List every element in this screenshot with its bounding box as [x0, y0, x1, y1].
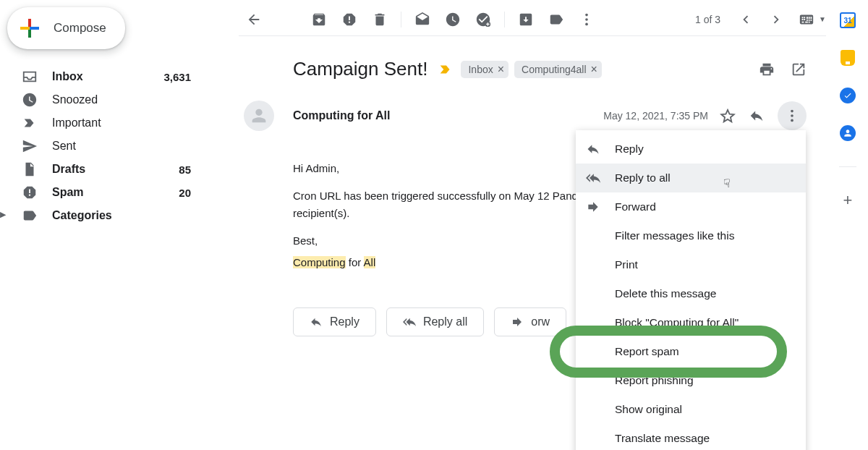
menu-label: Report spam	[615, 345, 679, 358]
snooze-button[interactable]	[438, 5, 468, 34]
important-marker-icon[interactable]	[438, 61, 454, 77]
sidebar-item-important[interactable]: Important	[17, 111, 203, 135]
nav-label: Snoozed	[52, 93, 191, 106]
menu-label: Reply to all	[615, 171, 671, 184]
sidebar-item-drafts[interactable]: Drafts85	[17, 158, 203, 181]
move-to-button[interactable]	[511, 5, 541, 34]
mark-unread-button[interactable]	[407, 5, 438, 34]
svg-point-2	[585, 18, 588, 21]
next-button[interactable]	[761, 5, 791, 34]
archive-button[interactable]	[304, 5, 334, 34]
svg-point-3	[585, 22, 588, 25]
menu-label: Delete this message	[615, 287, 716, 300]
delete-button[interactable]	[365, 5, 395, 34]
menu-item-report-phishing[interactable]: Report phishing	[576, 366, 806, 395]
nav-label: Categories	[52, 209, 191, 222]
email-subject: Campaign Sent!	[293, 58, 427, 80]
compose-button[interactable]: Compose	[7, 7, 125, 49]
menu-item-delete-this-message[interactable]: Delete this message	[576, 279, 806, 308]
menu-item-forward[interactable]: Forward	[576, 192, 806, 221]
divider	[839, 166, 856, 167]
print-icon[interactable]	[759, 61, 775, 77]
action-toolbar: 1 of 3 ▼	[239, 6, 826, 36]
menu-label: Forward	[615, 200, 656, 213]
dropdown-caret-icon[interactable]: ▼	[819, 15, 826, 23]
forward-button[interactable]: orw	[494, 307, 566, 336]
keep-app-icon[interactable]	[839, 49, 856, 67]
menu-label: Show original	[615, 403, 682, 416]
contacts-app-icon[interactable]	[839, 124, 856, 142]
open-new-window-icon[interactable]	[791, 61, 807, 77]
keyboard-button[interactable]	[791, 5, 822, 34]
star-icon[interactable]	[720, 108, 736, 124]
menu-item-print[interactable]: Print	[576, 250, 806, 279]
sidebar-item-sent[interactable]: Sent	[17, 135, 203, 158]
email-date: May 12, 2021, 7:35 PM	[603, 110, 708, 122]
menu-label: Filter messages like this	[615, 229, 734, 242]
svg-point-5	[791, 114, 793, 117]
prev-button[interactable]	[731, 5, 761, 34]
plus-icon	[19, 17, 41, 39]
menu-item-block-computing-for-all-[interactable]: Block "Computing for All"	[576, 308, 806, 337]
menu-item-filter-messages-like-this[interactable]: Filter messages like this	[576, 221, 806, 250]
label-chip-inbox[interactable]: Inbox×	[461, 61, 509, 78]
label-chip-text: Inbox	[468, 64, 493, 75]
nav-count: 3,631	[163, 71, 191, 83]
more-actions-menu: ReplyReply to allForwardFilter messages …	[576, 130, 806, 450]
calendar-app-icon[interactable]: 31	[839, 12, 856, 29]
expand-caret-icon[interactable]: ▶	[0, 210, 6, 219]
menu-label: Translate message	[615, 432, 710, 445]
labels-button[interactable]	[541, 5, 571, 34]
menu-item-translate-message[interactable]: Translate message	[576, 424, 806, 450]
sidebar-item-spam[interactable]: Spam20	[17, 181, 203, 204]
report-spam-button[interactable]	[334, 5, 365, 34]
menu-item-report-spam[interactable]: Report spam	[576, 337, 806, 366]
compose-label: Compose	[54, 21, 106, 35]
label-chip-computing4all[interactable]: Computing4all×	[514, 61, 602, 78]
page-counter: 1 of 3	[695, 14, 720, 25]
add-app-icon[interactable]: +	[839, 192, 856, 209]
sidebar-item-categories[interactable]: Categories	[17, 204, 203, 227]
replyall-icon	[586, 171, 603, 185]
sidebar-item-inbox[interactable]: Inbox3,631	[17, 65, 203, 88]
more-actions-button[interactable]	[778, 101, 807, 130]
label-chip-text: Computing4all	[522, 64, 587, 75]
nav-label: Sent	[52, 140, 191, 153]
sidebar-item-snoozed[interactable]: Snoozed	[17, 88, 203, 111]
nav-count: 85	[179, 164, 191, 176]
back-button[interactable]	[239, 5, 269, 34]
nav-label: Spam	[52, 186, 179, 199]
nav-label: Important	[52, 116, 191, 130]
nav-label: Drafts	[52, 163, 179, 176]
add-task-button[interactable]	[468, 5, 498, 34]
reply-icon[interactable]	[749, 108, 765, 124]
sidebar: Compose Inbox3,631SnoozedImportantSentDr…	[0, 0, 203, 227]
reply-button[interactable]: Reply	[293, 307, 376, 336]
reply-all-button[interactable]: Reply all	[386, 307, 484, 336]
nav-label: Inbox	[52, 70, 163, 83]
side-panel: 31 +	[827, 7, 868, 209]
cursor-icon: ☟	[723, 177, 731, 190]
svg-point-6	[791, 119, 793, 122]
menu-label: Print	[615, 258, 638, 271]
more-toolbar-button[interactable]	[571, 5, 602, 34]
folder-list: Inbox3,631SnoozedImportantSentDrafts85Sp…	[7, 65, 203, 227]
forward-icon	[586, 200, 603, 214]
svg-point-1	[585, 13, 588, 16]
reply-icon	[586, 142, 603, 156]
menu-label: Block "Computing for All"	[615, 316, 739, 329]
nav-count: 20	[179, 187, 191, 199]
message-header: Computing for All May 12, 2021, 7:35 PM	[244, 101, 807, 131]
menu-label: Reply	[615, 143, 644, 156]
avatar	[244, 101, 274, 131]
menu-label: Report phishing	[615, 374, 694, 387]
close-icon[interactable]: ×	[498, 63, 504, 76]
menu-item-reply[interactable]: Reply	[576, 135, 806, 164]
menu-item-reply-to-all[interactable]: Reply to all	[576, 164, 806, 192]
menu-item-show-original[interactable]: Show original	[576, 395, 806, 424]
svg-point-4	[791, 110, 793, 113]
sender-name: Computing for All	[293, 109, 603, 122]
tasks-app-icon[interactable]	[839, 87, 856, 104]
close-icon[interactable]: ×	[591, 63, 597, 76]
